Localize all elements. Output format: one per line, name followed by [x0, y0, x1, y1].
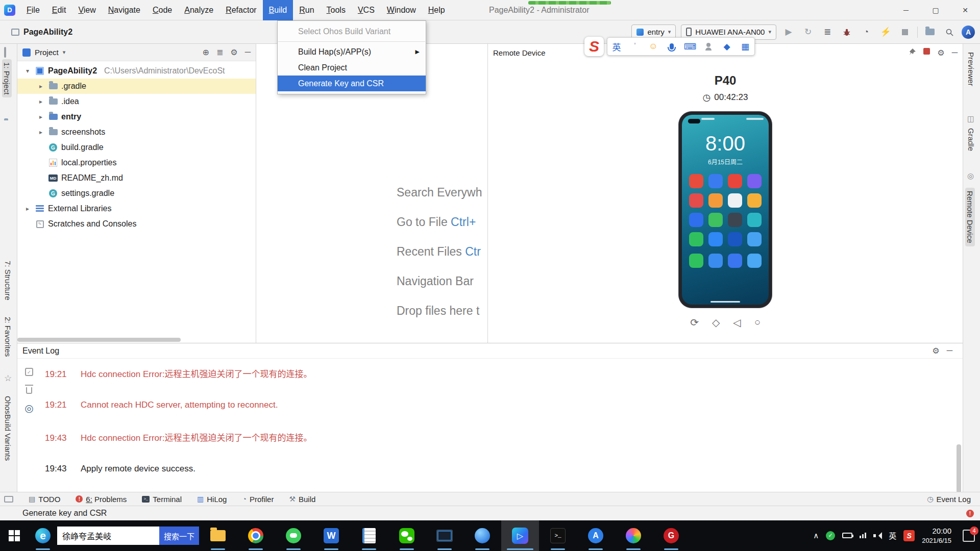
tab-hilog[interactable]: ▥HiLog — [197, 495, 227, 504]
tool-tab-project[interactable]: 1: Project — [2, 59, 12, 97]
hide-panel-icon[interactable]: ─ — [947, 346, 952, 356]
phone-app-icon[interactable] — [728, 213, 742, 227]
tree-row-scratches[interactable]: ✎ Scratches and Consoles — [17, 216, 256, 232]
phone-app-icon[interactable] — [689, 213, 703, 227]
menu-run[interactable]: Run — [293, 0, 320, 20]
star-icon[interactable]: ☆ — [4, 373, 12, 384]
phone-app-icon[interactable] — [747, 174, 762, 188]
network-icon[interactable] — [860, 533, 866, 538]
phone-app-icon[interactable] — [708, 174, 723, 188]
chevron-collapsed-icon[interactable]: ▸ — [37, 98, 45, 105]
tree-row-local-properties[interactable]: local.properties — [17, 155, 256, 170]
petal-app-button[interactable] — [615, 520, 652, 551]
breadcrumb[interactable]: PageAbility2 — [23, 28, 72, 37]
phone-app-icon[interactable] — [728, 232, 742, 246]
error-indicator-icon[interactable]: ! — [966, 510, 974, 517]
tray-expand-icon[interactable]: ∧ — [813, 531, 819, 540]
tool-tab-structure[interactable]: 7: Structure — [4, 261, 12, 300]
phone-app-icon[interactable] — [747, 232, 762, 246]
ime-account-icon[interactable] — [699, 37, 718, 56]
menu-navigate[interactable]: Navigate — [102, 0, 146, 20]
tree-row-screenshots-folder[interactable]: ▸ screenshots — [17, 124, 256, 140]
tree-row-entry-module[interactable]: ▸ entry — [17, 109, 256, 124]
menu-help[interactable]: Help — [422, 0, 451, 20]
menu-build[interactable]: Build — [263, 0, 293, 20]
ime-lang-toggle[interactable]: 英 — [607, 37, 626, 56]
phone-app-icon[interactable] — [728, 174, 742, 188]
ime-emoji-icon[interactable]: ☺ — [644, 37, 663, 56]
tree-row-readme[interactable]: MD README_zh.md — [17, 170, 256, 186]
browser-sphere-button[interactable] — [463, 520, 501, 551]
menu-tools[interactable]: Tools — [321, 0, 352, 20]
phone-app-icon[interactable] — [747, 213, 762, 227]
edge-button[interactable]: e — [29, 520, 57, 551]
phone-dock-icon[interactable] — [708, 254, 723, 268]
ime-keyboard-icon[interactable]: ⌨ — [681, 37, 699, 56]
project-panel-title[interactable]: Project — [35, 48, 59, 57]
word-app-button[interactable]: W — [312, 520, 350, 551]
menu-refactor[interactable]: Refactor — [219, 0, 262, 20]
phone-app-icon[interactable] — [747, 193, 762, 208]
tab-event-log[interactable]: ◷Event Log — [927, 495, 971, 504]
remote-desktop-button[interactable] — [426, 520, 463, 551]
stop-session-icon[interactable] — [923, 48, 930, 55]
deveco-studio-button[interactable]: ▷ — [501, 520, 539, 551]
locate-icon[interactable]: ⊕ — [203, 47, 209, 57]
sync-button[interactable] — [923, 25, 937, 39]
phone-app-icon[interactable] — [708, 193, 723, 208]
chrome-button[interactable] — [237, 520, 275, 551]
phone-app-icon[interactable] — [708, 232, 723, 246]
run-button[interactable]: ▶ — [781, 25, 796, 39]
tool-tab-remote-device[interactable]: Remote Device — [965, 188, 975, 246]
attach-debugger-button[interactable]: ⚡ — [878, 25, 893, 39]
chevron-expanded-icon[interactable]: ▾ — [23, 67, 32, 74]
restart-button[interactable]: ↻ — [801, 25, 815, 39]
chevron-collapsed-icon[interactable]: ▸ — [37, 113, 45, 120]
phone-dock-icon[interactable] — [728, 254, 742, 268]
gear-icon[interactable]: ⚙ — [937, 48, 944, 58]
back-icon[interactable]: ◁ — [733, 316, 741, 329]
tool-tab-gradle[interactable]: Gradle — [967, 128, 975, 151]
ime-skin-icon[interactable]: ◆ — [718, 37, 736, 56]
profiler-button[interactable]: ◔ — [859, 25, 873, 39]
phone-screen[interactable]: 8:00 6月15日周二 — [682, 115, 769, 305]
blue-app-button[interactable]: A — [577, 520, 615, 551]
chevron-collapsed-icon[interactable]: ▸ — [23, 205, 32, 212]
start-button[interactable] — [0, 520, 29, 551]
phone-app-icon[interactable] — [689, 232, 703, 246]
taskbar-search-button[interactable]: 搜索一下 — [159, 527, 199, 545]
tree-row-external-libraries[interactable]: ▸ External Libraries — [17, 201, 256, 216]
phone-dock-icon[interactable] — [689, 254, 703, 268]
phone-app-icon[interactable] — [728, 193, 742, 208]
tab-terminal[interactable]: >_Terminal — [142, 495, 182, 504]
ime-lang-indicator[interactable]: 英 — [889, 530, 896, 541]
phone-app-icon[interactable] — [689, 193, 703, 208]
phone-app-icon[interactable] — [708, 213, 723, 227]
minimize-button[interactable]: ─ — [891, 0, 921, 20]
debug-button[interactable] — [840, 25, 854, 39]
tool-tab-ohosbuild-variants[interactable]: OhosBuild Variants — [4, 396, 12, 461]
tree-row-idea-folder[interactable]: ▸ .idea — [17, 94, 256, 109]
gear-icon[interactable]: ⚙ — [932, 346, 939, 356]
menu-analyze[interactable]: Analyze — [178, 0, 219, 20]
menu-item-clean-project[interactable]: Clean Project — [278, 60, 426, 76]
phone-app-icon[interactable] — [689, 174, 703, 188]
trash-icon[interactable] — [26, 387, 32, 394]
phone-dock-icon[interactable] — [747, 254, 762, 268]
menu-edit[interactable]: Edit — [46, 0, 72, 20]
hide-panel-icon[interactable]: ─ — [245, 47, 251, 57]
menu-code[interactable]: Code — [146, 0, 178, 20]
vertical-scrollbar[interactable] — [957, 444, 961, 493]
coverage-button[interactable]: ≣ — [820, 25, 835, 39]
gitee-button[interactable]: G — [652, 520, 690, 551]
tool-tab-favorites[interactable]: 2: Favorites — [4, 317, 12, 357]
tool-tab-previewer[interactable]: Previewer — [967, 52, 975, 86]
pin-icon[interactable] — [908, 48, 916, 56]
chevron-collapsed-icon[interactable]: ▸ — [37, 83, 45, 90]
hide-panel-icon[interactable]: ─ — [952, 48, 958, 58]
taskbar-clock[interactable]: 20:00 2021/6/15 — [922, 526, 951, 545]
ime-mic-icon[interactable] — [663, 37, 681, 56]
user-avatar[interactable]: A — [962, 26, 975, 39]
sogou-logo-icon[interactable]: S — [584, 37, 604, 56]
terminal-app-button[interactable]: >_ — [539, 520, 577, 551]
